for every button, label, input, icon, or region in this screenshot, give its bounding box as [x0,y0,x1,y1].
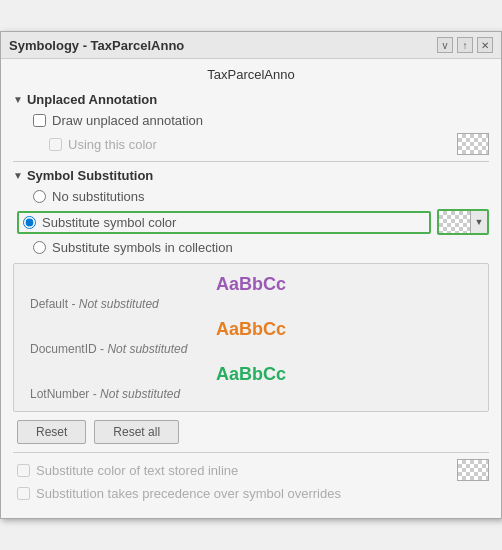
sub-collection-row: Substitute symbols in collection [13,240,489,255]
chevron-icon-2: ▼ [13,170,23,181]
minimize-button[interactable]: v [437,37,453,53]
inline-color-checkbox[interactable] [17,464,30,477]
window-title: Symbology - TaxParcelAnno [9,38,184,53]
symbol-sub-header: ▼ Symbol Substitution [13,168,489,183]
color-dropdown-arrow[interactable]: ▼ [471,211,487,233]
sub-collection-label: Substitute symbols in collection [52,240,233,255]
color-dropdown[interactable]: ▼ [437,209,489,235]
preview-sample-default: AaBbCc [30,274,472,295]
preview-item-lotnumber: AaBbCc LotNumber - Not substituted [30,364,472,401]
window-body: TaxParcelAnno ▼ Unplaced Annotation Draw… [1,59,501,518]
precedence-label: Substitution takes precedence over symbo… [36,486,341,501]
close-button[interactable]: ✕ [477,37,493,53]
inline-color-label: Substitute color of text stored inline [36,463,238,478]
symbology-window: Symbology - TaxParcelAnno v ↑ ✕ TaxParce… [0,31,502,519]
reset-all-button[interactable]: Reset all [94,420,179,444]
draw-unplaced-checkbox[interactable] [33,114,46,127]
title-bar-controls: v ↑ ✕ [437,37,493,53]
preview-box: AaBbCc Default - Not substituted AaBbCc … [13,263,489,412]
sub-color-radio[interactable] [23,216,36,229]
title-bar: Symbology - TaxParcelAnno v ↑ ✕ [1,32,501,59]
using-color-checkbox[interactable] [49,138,62,151]
unplaced-header: ▼ Unplaced Annotation [13,92,489,107]
sub-collection-radio[interactable] [33,241,46,254]
reset-buttons-row: Reset Reset all [13,420,489,444]
unplaced-color-swatch[interactable] [457,133,489,155]
using-color-label: Using this color [68,137,157,152]
pin-button[interactable]: ↑ [457,37,473,53]
bottom-section: Substitute color of text stored inline S… [13,459,489,501]
no-substitutions-radio[interactable] [33,190,46,203]
no-substitutions-row: No substitutions [13,189,489,204]
inline-color-row: Substitute color of text stored inline [13,459,489,481]
preview-sample-documentid: AaBbCc [30,319,472,340]
preview-desc-documentid: DocumentID - Not substituted [30,342,472,356]
preview-desc-lotnumber: LotNumber - Not substituted [30,387,472,401]
color-dropdown-swatch [439,211,471,233]
chevron-icon: ▼ [13,94,23,105]
draw-unplaced-label: Draw unplaced annotation [52,113,203,128]
sub-color-radio-group: Substitute symbol color [17,211,431,234]
layer-name: TaxParcelAnno [13,67,489,82]
precedence-row: Substitution takes precedence over symbo… [13,486,489,501]
preview-desc-default: Default - Not substituted [30,297,472,311]
sub-color-label: Substitute symbol color [42,215,176,230]
using-color-row: Using this color [13,133,489,155]
unplaced-annotation-section: ▼ Unplaced Annotation Draw unplaced anno… [13,92,489,155]
symbol-substitution-section: ▼ Symbol Substitution No substitutions S… [13,168,489,255]
preview-item-documentid: AaBbCc DocumentID - Not substituted [30,319,472,356]
draw-unplaced-row: Draw unplaced annotation [13,113,489,128]
precedence-checkbox[interactable] [17,487,30,500]
inline-color-swatch[interactable] [457,459,489,481]
no-substitutions-label: No substitutions [52,189,145,204]
sub-color-row: Substitute symbol color ▼ [13,209,489,235]
reset-button[interactable]: Reset [17,420,86,444]
preview-sample-lotnumber: AaBbCc [30,364,472,385]
preview-item-default: AaBbCc Default - Not substituted [30,274,472,311]
